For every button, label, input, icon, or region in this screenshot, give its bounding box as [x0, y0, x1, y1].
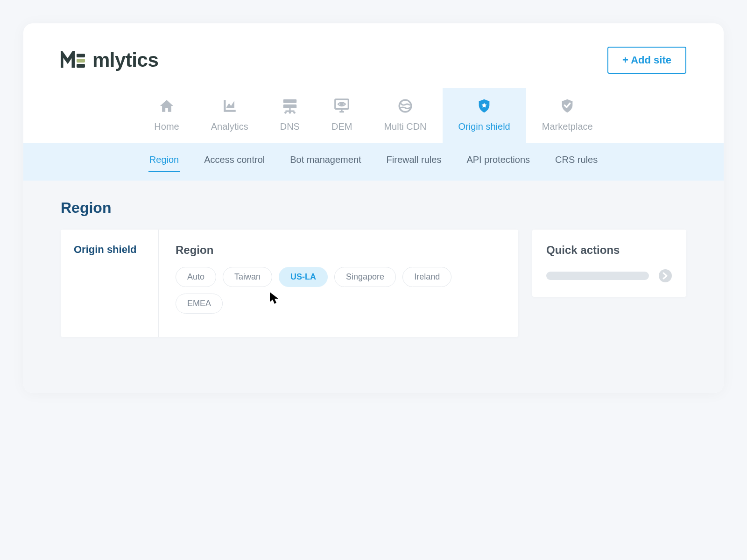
panel-sidebar: Origin shield	[61, 230, 159, 337]
monitor-eye-icon	[333, 97, 351, 115]
brand-logo: mlytics	[61, 49, 158, 71]
svg-point-15	[659, 269, 672, 282]
region-chip-ireland[interactable]: Ireland	[402, 267, 451, 287]
region-section-title: Region	[176, 244, 501, 257]
shield-star-icon	[475, 97, 493, 115]
nav-item-multi-cdn[interactable]: Multi CDN	[368, 88, 442, 143]
svg-rect-4	[283, 105, 297, 108]
svg-point-9	[293, 112, 296, 114]
nav-label: DNS	[280, 121, 300, 132]
quick-action-row	[546, 269, 672, 283]
panels-row: Origin shield Region Auto Taiwan US-LA S…	[61, 230, 686, 337]
panel-sidebar-title: Origin shield	[74, 244, 145, 256]
nav-label: DEM	[331, 121, 352, 132]
quick-actions-title: Quick actions	[546, 244, 672, 257]
svg-rect-0	[77, 54, 85, 57]
nav-item-analytics[interactable]: Analytics	[195, 88, 264, 143]
chart-icon	[221, 97, 239, 115]
region-panel: Origin shield Region Auto Taiwan US-LA S…	[61, 230, 518, 337]
region-chip-emea[interactable]: EMEA	[176, 294, 223, 314]
app-window: mlytics + Add site Home Analytics	[23, 23, 724, 393]
primary-nav: Home Analytics DNS	[23, 88, 724, 143]
brand-name: mlytics	[92, 49, 158, 71]
region-chip-auto[interactable]: Auto	[176, 267, 216, 287]
nav-item-marketplace[interactable]: Marketplace	[526, 88, 609, 143]
arrow-right-circle-icon[interactable]	[658, 269, 672, 283]
tab-access-control[interactable]: Access control	[203, 152, 266, 172]
svg-rect-2	[77, 64, 85, 68]
svg-rect-1	[77, 59, 85, 63]
svg-rect-3	[283, 99, 297, 103]
nav-item-dem[interactable]: DEM	[316, 88, 368, 143]
region-chip-singapore[interactable]: Singapore	[334, 267, 396, 287]
add-site-button[interactable]: + Add site	[607, 47, 686, 74]
region-chip-taiwan[interactable]: Taiwan	[223, 267, 272, 287]
globe-icon	[396, 97, 414, 115]
nav-item-origin-shield[interactable]: Origin shield	[443, 88, 526, 143]
nav-label: Analytics	[211, 121, 248, 132]
page-title: Region	[61, 199, 686, 217]
tab-region[interactable]: Region	[148, 152, 180, 172]
svg-point-7	[284, 112, 287, 114]
header: mlytics + Add site	[23, 23, 724, 88]
tab-firewall-rules[interactable]: Firewall rules	[386, 152, 443, 172]
quick-action-placeholder	[546, 272, 649, 280]
nav-label: Home	[154, 121, 179, 132]
logo-mark-icon	[61, 51, 86, 70]
content-area: Region Origin shield Region Auto Taiwan …	[23, 181, 724, 393]
region-chip-us-la[interactable]: US-LA	[279, 267, 328, 287]
tab-crs-rules[interactable]: CRS rules	[554, 152, 599, 172]
nav-label: Marketplace	[542, 121, 593, 132]
svg-point-8	[289, 112, 291, 114]
svg-point-14	[399, 100, 411, 112]
home-icon	[158, 97, 176, 115]
tab-bot-management[interactable]: Bot management	[289, 152, 362, 172]
shield-check-icon	[558, 97, 576, 115]
quick-actions-panel: Quick actions	[532, 230, 686, 297]
nav-label: Multi CDN	[384, 121, 426, 132]
region-chip-group: Auto Taiwan US-LA Singapore Ireland EMEA	[176, 267, 501, 314]
nav-item-home[interactable]: Home	[138, 88, 195, 143]
secondary-nav: Region Access control Bot management Fir…	[23, 143, 724, 181]
tab-api-protections[interactable]: API protections	[465, 152, 531, 172]
server-icon	[281, 97, 299, 115]
nav-item-dns[interactable]: DNS	[264, 88, 316, 143]
panel-body: Region Auto Taiwan US-LA Singapore Irela…	[159, 230, 518, 337]
nav-label: Origin shield	[458, 121, 510, 132]
